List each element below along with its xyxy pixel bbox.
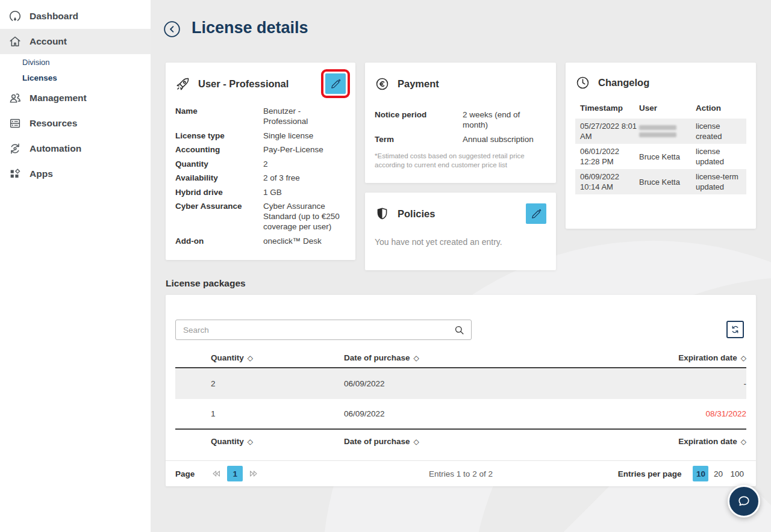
search-box <box>175 320 472 340</box>
search-input[interactable] <box>176 326 454 335</box>
pencil-icon <box>531 208 542 220</box>
sidebar-item-label: Resources <box>30 118 77 129</box>
changelog-row: 05/27/2022 8:01 AM license created <box>575 119 746 144</box>
sidebar: Dashboard Account Division Licenses Mana… <box>0 0 151 532</box>
column-header-date[interactable]: Date of purchase <box>344 353 620 362</box>
double-chevron-left-icon <box>210 468 222 480</box>
sidebar-item-management[interactable]: Management <box>0 85 151 111</box>
back-button[interactable] <box>163 20 181 38</box>
pagination-bar: Page 1 Entries 1 to 2 of 2 Entries per p… <box>166 460 756 486</box>
sort-diamond-icon[interactable] <box>248 438 253 446</box>
automation-icon <box>8 142 22 155</box>
packages-footer-header-row: Quantity Date of purchase Expiration dat… <box>175 430 746 453</box>
apps-grid-icon <box>8 167 22 181</box>
changelog-card-title: Changelog <box>598 77 649 88</box>
main-content: License details User - Professional Name… <box>151 0 771 532</box>
sidebar-item-dashboard[interactable]: Dashboard <box>0 4 151 29</box>
rocket-icon <box>175 76 190 91</box>
packages-card: Quantity Date of purchase Expiration dat… <box>166 295 756 486</box>
sidebar-item-label: Dashboard <box>30 11 78 22</box>
changelog-header-row: Timestamp User Action <box>575 102 746 119</box>
policies-empty-text: You have not yet created an entry. <box>375 237 546 247</box>
euro-circle-icon <box>375 76 390 91</box>
clock-icon <box>575 75 590 90</box>
server-icon <box>8 117 22 130</box>
next-page-button[interactable] <box>248 468 260 480</box>
license-card: User - Professional NameBenutzer - Profe… <box>166 63 355 260</box>
per-page-option-20[interactable]: 20 <box>710 466 726 481</box>
license-edit-button[interactable] <box>325 73 346 94</box>
per-page-option-10[interactable]: 10 <box>693 466 708 481</box>
detail-row: Availability2 of 3 free <box>175 173 346 183</box>
column-header-quantity[interactable]: Quantity <box>175 437 344 446</box>
packages-header-row: Quantity Date of purchase Expiration dat… <box>175 348 746 367</box>
pencil-icon <box>330 78 342 90</box>
sort-diamond-icon[interactable] <box>741 354 746 362</box>
detail-row: Cyber AssuranceCyber Assurance Standard … <box>175 201 346 232</box>
sort-diamond-icon[interactable] <box>414 354 419 362</box>
sidebar-subitem-division[interactable]: Division <box>0 54 151 70</box>
detail-row: Add-ononeclick™ Desk <box>175 236 346 246</box>
detail-row: Quantity2 <box>175 159 346 169</box>
changelog-row: 06/01/2022 12:28 PM Bruce Ketta license … <box>575 144 746 169</box>
package-row[interactable]: 2 06/09/2022 - <box>175 368 746 399</box>
refresh-icon <box>730 324 740 335</box>
detail-row: Notice period2 weeks (end of month) <box>375 110 546 130</box>
search-icon[interactable] <box>454 324 465 336</box>
column-header-date[interactable]: Date of purchase <box>344 437 620 446</box>
policies-card-title: Policies <box>398 208 435 220</box>
changelog-card: Changelog Timestamp User Action 05/27/20… <box>566 63 756 229</box>
payment-footnote: *Estimated costs based on suggested reta… <box>375 152 536 170</box>
current-page-button[interactable]: 1 <box>227 466 243 481</box>
first-page-button[interactable] <box>210 468 222 480</box>
sidebar-item-label: Management <box>30 93 87 104</box>
double-chevron-right-icon <box>248 468 260 480</box>
chat-button[interactable] <box>728 485 760 518</box>
sort-diamond-icon[interactable] <box>414 438 419 446</box>
payment-details-list: Notice period2 weeks (end of month) Term… <box>375 110 546 144</box>
license-details-list: NameBenutzer - Professional License type… <box>175 106 346 246</box>
page-label: Page <box>175 469 195 478</box>
redacted-user <box>639 125 696 137</box>
policies-edit-button[interactable] <box>526 203 546 224</box>
chat-bubble-icon <box>736 493 752 509</box>
sidebar-item-account[interactable]: Account <box>0 29 151 54</box>
column-header-expiration[interactable]: Expiration date <box>620 353 746 362</box>
column-header-expiration[interactable]: Expiration date <box>620 437 746 446</box>
sidebar-item-apps[interactable]: Apps <box>0 161 151 187</box>
shield-icon <box>375 206 390 221</box>
gauge-icon <box>8 10 22 23</box>
people-icon <box>8 91 22 105</box>
sort-diamond-icon[interactable] <box>248 354 253 362</box>
sidebar-item-automation[interactable]: Automation <box>0 136 151 161</box>
sidebar-item-label: Automation <box>30 143 81 154</box>
column-header: User <box>639 104 696 113</box>
chevron-left-circle-icon <box>163 20 181 38</box>
detail-row: License typeSingle license <box>175 131 346 141</box>
detail-row: Hybrid drive1 GB <box>175 187 346 197</box>
column-header: Action <box>696 104 741 113</box>
column-header: Timestamp <box>580 104 639 113</box>
page-title: License details <box>192 19 308 37</box>
sidebar-item-label: Account <box>30 36 67 47</box>
sidebar-subitem-licenses[interactable]: Licenses <box>0 70 151 85</box>
entries-per-page-label: Entries per page <box>618 469 682 478</box>
sort-diamond-icon[interactable] <box>741 438 746 446</box>
changelog-row: 06/09/2022 10:14 AM Bruce Ketta license-… <box>575 169 746 194</box>
sidebar-item-resources[interactable]: Resources <box>0 111 151 136</box>
detail-row: TermAnnual subscription <box>375 134 546 144</box>
column-header-quantity[interactable]: Quantity <box>175 353 344 362</box>
expiration-date-expired: 08/31/2022 <box>620 409 746 418</box>
payment-card-title: Payment <box>398 78 439 90</box>
detail-row: NameBenutzer - Professional <box>175 106 346 126</box>
detail-row: AccountingPay-Per-License <box>175 144 346 155</box>
policies-card: Policies You have not yet created an ent… <box>365 193 556 270</box>
sidebar-item-label: Apps <box>30 169 53 179</box>
package-row[interactable]: 1 06/09/2022 08/31/2022 <box>175 399 746 428</box>
payment-card: Payment Notice period2 weeks (end of mon… <box>365 63 556 183</box>
refresh-button[interactable] <box>726 321 744 338</box>
packages-table: Quantity Date of purchase Expiration dat… <box>175 348 746 453</box>
packages-section-title: License packages <box>166 278 246 289</box>
per-page-option-100[interactable]: 100 <box>728 466 746 481</box>
license-card-title: User - Professional <box>198 78 289 90</box>
